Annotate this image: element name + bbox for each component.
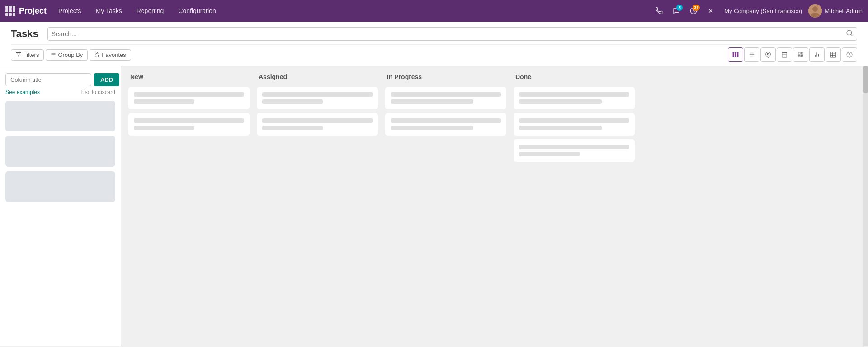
svg-point-6 — [847, 30, 852, 35]
svg-rect-31 — [830, 52, 836, 57]
kanban-column-done: Done — [514, 73, 635, 339]
card-line — [519, 99, 602, 104]
subheader: Tasks Filters Group By Favorites — [0, 22, 868, 66]
card-line — [262, 126, 323, 130]
card-line — [391, 118, 501, 123]
scrollbar-thumb[interactable] — [863, 66, 868, 93]
chat-badge: 5 — [676, 5, 683, 11]
brand-name: Project — [19, 6, 47, 16]
kanban-column-assigned: Assigned — [257, 73, 378, 339]
card-line — [134, 99, 194, 104]
filter-group: Filters Group By Favorites — [11, 49, 131, 61]
filters-button[interactable]: Filters — [11, 49, 44, 61]
user-name: Mitchell Admin — [825, 8, 863, 14]
kanban-card-assigned-1[interactable] — [257, 113, 378, 136]
title-row: Tasks — [11, 22, 857, 44]
card-line — [519, 152, 580, 156]
kanban-board: NewAssignedIn ProgressDone — [121, 66, 863, 346]
column-form: ADD See examples Esc to discard — [5, 73, 115, 95]
clock-icon[interactable]: 31 — [686, 4, 701, 18]
close-icon[interactable] — [703, 4, 718, 18]
card-line — [391, 126, 473, 130]
apps-grid-icon[interactable] — [5, 6, 15, 16]
card-line — [262, 99, 323, 104]
kanban-card-new-1[interactable] — [128, 113, 250, 136]
card-line — [262, 118, 373, 123]
pivot-view-button[interactable] — [826, 47, 841, 62]
card-line — [519, 92, 629, 97]
svg-point-19 — [767, 53, 769, 55]
list-view-button[interactable] — [744, 47, 760, 62]
search-input-wrapper[interactable] — [47, 27, 857, 41]
kanban-card-done-2[interactable] — [514, 139, 635, 162]
column-header-new: New — [128, 73, 250, 83]
kanban-column-in_progress: In Progress — [385, 73, 506, 339]
card-line — [262, 92, 373, 97]
nav-reporting[interactable]: Reporting — [130, 4, 170, 18]
chart-view-button[interactable] — [809, 47, 825, 62]
svg-rect-25 — [801, 52, 803, 54]
placeholder-card-2 — [5, 136, 115, 167]
company-info[interactable]: My Company (San Francisco) — [721, 6, 806, 16]
column-header-done: Done — [514, 73, 635, 83]
svg-rect-15 — [737, 52, 739, 57]
page-title: Tasks — [11, 28, 38, 40]
topnav-right: 5 31 My Company (San Francisco) Mitchell… — [652, 4, 863, 18]
kanban-card-assigned-0[interactable] — [257, 87, 378, 109]
main-content: ADD See examples Esc to discard NewAssig… — [0, 66, 868, 346]
svg-point-4 — [812, 6, 818, 12]
column-input-row: ADD — [5, 73, 115, 86]
svg-rect-26 — [798, 55, 800, 57]
kanban-view-button[interactable] — [728, 47, 743, 62]
placeholder-card-1 — [5, 101, 115, 131]
left-panel: ADD See examples Esc to discard — [0, 66, 121, 346]
kanban-card-in_progress-0[interactable] — [385, 87, 506, 109]
brand-area: Project — [5, 6, 47, 16]
card-line — [519, 126, 602, 130]
add-column-button[interactable]: ADD — [94, 73, 119, 86]
svg-line-7 — [851, 34, 852, 36]
column-title-input[interactable] — [5, 73, 91, 86]
nav-my-tasks[interactable]: My Tasks — [90, 4, 128, 18]
card-line — [519, 118, 629, 123]
avatar[interactable] — [808, 4, 822, 18]
kanban-card-done-0[interactable] — [514, 87, 635, 109]
card-line — [134, 126, 194, 130]
card-line — [519, 145, 629, 149]
card-line — [391, 92, 501, 97]
card-line — [391, 99, 473, 104]
search-area — [47, 27, 857, 41]
company-name: My Company (San Francisco) — [724, 8, 802, 14]
kanban-card-done-1[interactable] — [514, 113, 635, 136]
card-line — [134, 92, 244, 97]
svg-rect-14 — [735, 52, 736, 57]
map-view-button[interactable] — [760, 47, 776, 62]
scrollbar[interactable] — [863, 66, 868, 346]
placeholder-card-3 — [5, 171, 115, 202]
esc-discard-label: Esc to discard — [81, 89, 115, 95]
chat-icon[interactable]: 5 — [669, 4, 684, 18]
calendar-view-button[interactable] — [777, 47, 792, 62]
grid-view-button[interactable] — [793, 47, 808, 62]
search-icon[interactable] — [846, 29, 853, 38]
activity-view-button[interactable] — [842, 47, 857, 62]
group-by-button[interactable]: Group By — [46, 49, 88, 61]
favorites-button[interactable]: Favorites — [90, 49, 131, 61]
kanban-column-new: New — [128, 73, 250, 339]
column-header-assigned: Assigned — [257, 73, 378, 83]
nav-configuration[interactable]: Configuration — [172, 4, 222, 18]
see-examples-link[interactable]: See examples — [5, 89, 40, 95]
top-navigation: Project Projects My Tasks Reporting Conf… — [0, 0, 868, 22]
svg-marker-12 — [95, 52, 99, 57]
svg-marker-8 — [16, 53, 21, 57]
svg-rect-13 — [733, 52, 735, 57]
search-input[interactable] — [52, 30, 846, 38]
kanban-card-new-0[interactable] — [128, 87, 250, 109]
kanban-card-in_progress-1[interactable] — [385, 113, 506, 136]
column-hints: See examples Esc to discard — [5, 89, 115, 95]
svg-rect-27 — [801, 55, 803, 57]
phone-icon[interactable] — [652, 4, 666, 18]
toolbar-row: Filters Group By Favorites — [11, 44, 857, 66]
card-line — [134, 118, 244, 123]
nav-projects[interactable]: Projects — [52, 4, 88, 18]
